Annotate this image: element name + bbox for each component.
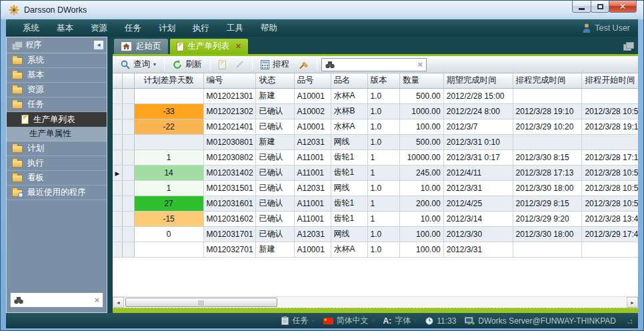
- cell-sched_finish[interactable]: 2012/3/29 10:20: [513, 119, 582, 134]
- sidebar-splitter[interactable]: [107, 37, 113, 313]
- tab-start-page[interactable]: 起始页: [114, 39, 168, 54]
- cell-item_no[interactable]: A10001: [294, 119, 331, 134]
- cell-sched_start[interactable]: 2012/3/28 10:52: [582, 103, 638, 119]
- cell-expected_finish[interactable]: 2012/3/31 0:17: [443, 149, 513, 165]
- cell-sched_start[interactable]: 2012/3/29 17:46: [582, 226, 638, 242]
- sidebar-item-9[interactable]: 最近使用的程序: [7, 186, 107, 200]
- cell-qty[interactable]: 10000.00: [400, 149, 443, 165]
- cell-version[interactable]: 1.0: [367, 119, 400, 134]
- cell-sched_finish[interactable]: 2012/3/28 17:13: [513, 165, 582, 180]
- cell-version[interactable]: 1: [367, 211, 400, 226]
- cell-sched_start[interactable]: 2012/3/28 10:52: [582, 165, 638, 180]
- cell-qty[interactable]: 500.00: [400, 134, 443, 149]
- window-list-icon[interactable]: [623, 42, 633, 49]
- cell-diff[interactable]: [134, 242, 203, 257]
- cell-expected_finish[interactable]: 2012/4/25: [443, 196, 513, 211]
- cell-sched_finish[interactable]: 2012/3/29 8:15: [513, 196, 582, 211]
- menu-item-2[interactable]: 资源: [82, 23, 116, 34]
- cell-expected_finish[interactable]: 2012/3/7: [443, 119, 513, 134]
- cell-order_no[interactable]: M012030801: [203, 134, 256, 149]
- cell-order_no[interactable]: M012021301: [203, 88, 256, 103]
- cell-item_name[interactable]: 水杯A: [331, 119, 367, 134]
- tab-production-list[interactable]: 生产单列表 ✕: [170, 39, 249, 54]
- cell-item_no[interactable]: A11001: [294, 196, 331, 211]
- cell-qty[interactable]: 10.00: [400, 180, 443, 196]
- column-header-1[interactable]: 编号: [203, 73, 256, 88]
- cell-item_no[interactable]: A10002: [294, 103, 331, 119]
- query-button[interactable]: 查询 ▾: [117, 57, 160, 71]
- table-row[interactable]: 0M012031701已确认A12031网线1.0100.002012/3/30…: [113, 226, 638, 242]
- cell-order_no[interactable]: M012031402: [203, 165, 256, 180]
- cell-expected_finish[interactable]: 2012/3/14: [443, 211, 513, 226]
- menu-item-1[interactable]: 基本: [48, 23, 82, 34]
- cell-sched_finish[interactable]: [513, 134, 582, 149]
- cell-item_no[interactable]: A12031: [294, 134, 331, 149]
- cell-version[interactable]: 1: [367, 165, 400, 180]
- sidebar-item-1[interactable]: 基本: [7, 68, 107, 83]
- scroll-right-icon[interactable]: ►: [627, 297, 638, 308]
- cell-qty[interactable]: 1000.00: [400, 103, 443, 119]
- cell-sched_start[interactable]: 2012/3/28 13:40: [582, 211, 638, 226]
- cell-diff[interactable]: -33: [134, 103, 203, 119]
- cell-status[interactable]: 已确认: [256, 103, 294, 119]
- sidebar-item-4[interactable]: 生产单列表: [7, 112, 107, 127]
- edit-button[interactable]: [231, 59, 248, 70]
- cell-diff[interactable]: -15: [134, 211, 203, 226]
- menu-item-4[interactable]: 计划: [150, 23, 184, 34]
- cell-diff[interactable]: 27: [134, 196, 203, 211]
- cell-diff[interactable]: 0: [134, 226, 203, 242]
- cell-order_no[interactable]: M012021302: [203, 103, 256, 119]
- toolbar-search-clear-icon[interactable]: ×: [417, 59, 423, 69]
- cell-status[interactable]: 已确认: [256, 180, 294, 196]
- resize-grip[interactable]: [626, 318, 633, 324]
- cell-status[interactable]: 新建: [256, 242, 294, 257]
- sidebar-item-8[interactable]: 看板: [7, 171, 107, 186]
- status-font[interactable]: A: 字体 ▾: [383, 315, 417, 326]
- menu-item-3[interactable]: 任务: [116, 23, 150, 34]
- cell-sched_finish[interactable]: 2012/3/30 18:00: [513, 226, 582, 242]
- column-header-3[interactable]: 品号: [294, 73, 331, 88]
- cell-item_name[interactable]: 齿轮1: [331, 165, 367, 180]
- cell-expected_finish[interactable]: 2012/4/11: [443, 165, 513, 180]
- cell-status[interactable]: 已确认: [256, 226, 294, 242]
- cell-version[interactable]: 1.0: [367, 103, 400, 119]
- table-row[interactable]: -33M012021302已确认A10002水杯B1.01000.002012/…: [113, 103, 638, 119]
- cell-sched_finish[interactable]: 2012/3/29 9:20: [513, 211, 582, 226]
- cell-status[interactable]: 新建: [256, 88, 294, 103]
- cell-qty[interactable]: 100.00: [400, 242, 443, 257]
- table-row[interactable]: M012032701新建A10001水杯A1.0100.002012/3/31: [113, 242, 638, 257]
- status-language[interactable]: 简体中文 ▾: [323, 315, 375, 326]
- cell-item_no[interactable]: A11001: [294, 211, 331, 226]
- horizontal-scrollbar[interactable]: ◄ ►: [113, 296, 638, 308]
- cell-item_no[interactable]: A12031: [294, 226, 331, 242]
- status-task[interactable]: 任务 ▾: [281, 315, 314, 326]
- menu-item-0[interactable]: 系统: [14, 23, 48, 34]
- cell-version[interactable]: 1.0: [367, 180, 400, 196]
- collapse-sidebar-button[interactable]: ◄: [93, 40, 104, 50]
- menu-item-5[interactable]: 执行: [184, 23, 218, 34]
- table-row[interactable]: ▶14M012031402已确认A11001齿轮11245.002012/4/1…: [113, 165, 638, 180]
- cell-sched_finish[interactable]: 2012/3/30 18:00: [513, 180, 582, 196]
- cell-expected_finish[interactable]: 2012/3/31: [443, 180, 513, 196]
- cell-qty[interactable]: 500.00: [400, 88, 443, 103]
- column-header-9[interactable]: 排程开始时间: [582, 73, 638, 88]
- cell-version[interactable]: 1: [367, 196, 400, 211]
- cell-status[interactable]: 已确认: [256, 149, 294, 165]
- sidebar-search-clear-icon[interactable]: ×: [94, 295, 99, 305]
- cell-sched_start[interactable]: 2012/3/28 19:10: [582, 119, 638, 134]
- cell-qty[interactable]: 100.00: [400, 226, 443, 242]
- cell-sched_start[interactable]: [582, 88, 638, 103]
- scrollbar-thumb[interactable]: [125, 298, 277, 307]
- table-row[interactable]: -22M012021401已确认A10001水杯A1.0100.002012/3…: [113, 119, 638, 134]
- cell-status[interactable]: 已确认: [256, 165, 294, 180]
- cell-version[interactable]: 1: [367, 149, 400, 165]
- cell-sched_finish[interactable]: 2012/3/28 19:10: [513, 103, 582, 119]
- cell-diff[interactable]: -22: [134, 119, 203, 134]
- column-header-5[interactable]: 版本: [367, 73, 400, 88]
- minimize-button[interactable]: [572, 1, 591, 13]
- cell-sched_start[interactable]: 2012/3/28 10:52: [582, 180, 638, 196]
- cell-diff[interactable]: 1: [134, 180, 203, 196]
- cell-version[interactable]: 1.0: [367, 88, 400, 103]
- cell-item_name[interactable]: 水杯A: [331, 242, 367, 257]
- menu-item-7[interactable]: 帮助: [252, 23, 286, 34]
